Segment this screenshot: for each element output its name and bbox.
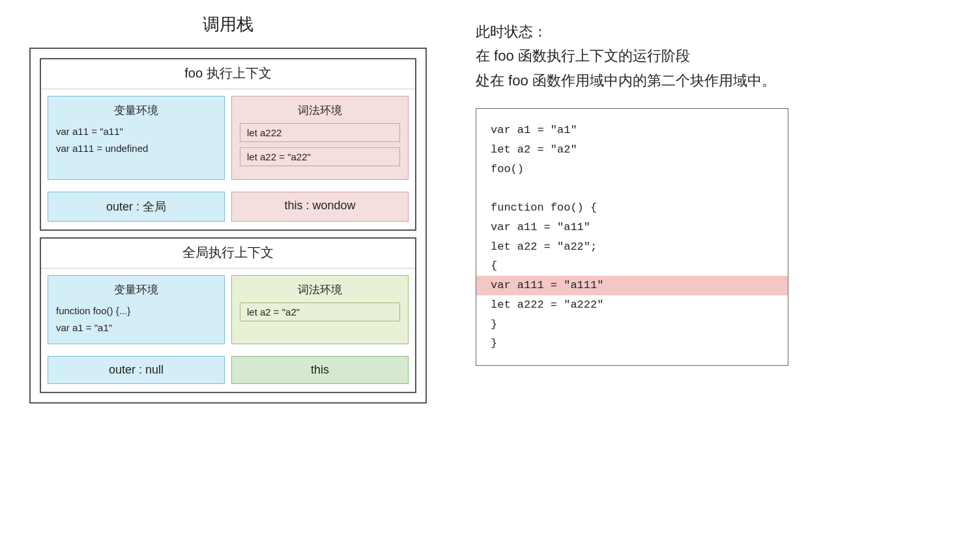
code-line: [491, 179, 773, 198]
global-var-env-content: function foo() {...} var a1 = "a1": [56, 302, 216, 336]
global-ctx-body: 变量环境 function foo() {...} var a1 = "a1" …: [41, 269, 415, 351]
foo-lex-item-1: let a22 = "a22": [240, 147, 400, 166]
right-section: 此时状态： 在 foo 函数执行上下文的运行阶段 处在 foo 函数作用域中内的…: [476, 13, 960, 366]
code-line: let a22 = "a22";: [491, 237, 773, 257]
code-line: let a222 = "a222": [491, 295, 773, 315]
code-line: {: [491, 256, 773, 276]
global-ctx-title: 全局执行上下文: [41, 239, 415, 269]
foo-var-line-1: var a11 = "a11": [56, 123, 216, 140]
global-lex-env-title: 词法环境: [240, 282, 400, 297]
foo-ctx-body: 变量环境 var a11 = "a11" var a111 = undefine…: [41, 89, 415, 186]
code-line: function foo() {: [491, 198, 773, 218]
code-line: foo(): [491, 160, 773, 179]
description: 此时状态： 在 foo 函数执行上下文的运行阶段 处在 foo 函数作用域中内的…: [476, 20, 960, 93]
code-line: var a111 = "a111": [476, 276, 788, 295]
global-var-env: 变量环境 function foo() {...} var a1 = "a1": [48, 275, 225, 344]
code-line: }: [491, 334, 773, 353]
code-line: var a11 = "a11": [491, 218, 773, 237]
foo-bottom-row: outer : 全局 this : wondow: [41, 192, 415, 229]
foo-var-env-title: 变量环境: [56, 103, 216, 118]
global-bottom-row: outer : null this: [41, 356, 415, 392]
code-line: }: [491, 315, 773, 334]
global-exec-ctx: 全局执行上下文 变量环境 function foo() {...} var a1…: [40, 237, 416, 393]
global-var-line-2: var a1 = "a1": [56, 319, 216, 336]
global-var-env-title: 变量环境: [56, 282, 216, 297]
global-this-box: this: [231, 356, 409, 384]
foo-ctx-title: foo 执行上下文: [41, 59, 415, 89]
global-var-line-1: function foo() {...}: [56, 302, 216, 319]
desc-line3: 处在 foo 函数作用域中内的第二个块作用域中。: [476, 68, 960, 93]
global-outer-box: outer : null: [48, 356, 225, 384]
desc-line2: 在 foo 函数执行上下文的运行阶段: [476, 44, 960, 68]
global-lex-env: 词法环境 let a2 = "a2": [231, 275, 409, 344]
desc-line1: 此时状态：: [476, 20, 960, 44]
foo-lex-item-0: let a222: [240, 123, 400, 142]
call-stack-outer: foo 执行上下文 变量环境 var a11 = "a11" var a111 …: [29, 48, 427, 404]
code-line: var a1 = "a1": [491, 121, 773, 140]
foo-outer-box: outer : 全局: [48, 192, 225, 222]
foo-lex-env-title: 词法环境: [240, 103, 400, 118]
code-line: let a2 = "a2": [491, 140, 773, 160]
global-lex-item-0: let a2 = "a2": [240, 302, 400, 321]
foo-this-box: this : wondow: [231, 192, 409, 222]
call-stack-title: 调用栈: [203, 13, 253, 36]
foo-var-env-content: var a11 = "a11" var a111 = undefined: [56, 123, 216, 156]
foo-var-line-2: var a111 = undefined: [56, 140, 216, 157]
call-stack-section: 调用栈 foo 执行上下文 变量环境 var a11 = "a11" var a…: [20, 13, 437, 404]
foo-lex-env: 词法环境 let a222 let a22 = "a22": [231, 96, 409, 180]
code-box: var a1 = "a1"let a2 = "a2"foo() function…: [476, 108, 788, 366]
foo-exec-ctx: foo 执行上下文 变量环境 var a11 = "a11" var a111 …: [40, 58, 416, 231]
foo-var-env: 变量环境 var a11 = "a11" var a111 = undefine…: [48, 96, 225, 180]
